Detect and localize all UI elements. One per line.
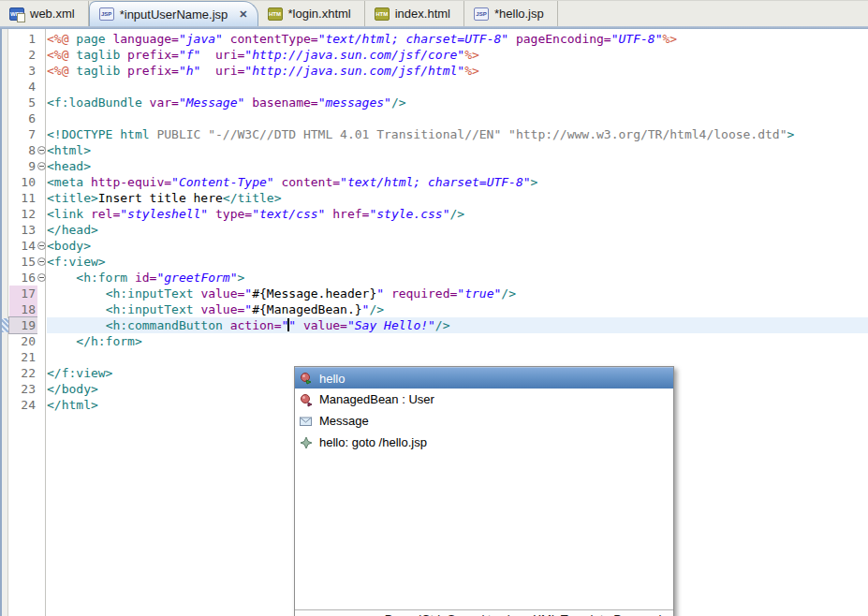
code-token: "greetForm" <box>156 271 237 285</box>
code-token <box>208 207 215 221</box>
code-line-4[interactable] <box>47 79 868 95</box>
code-line-15[interactable]: <f:view> <box>47 254 868 270</box>
code-token: "styleshell" <box>120 207 208 221</box>
code-token: content= <box>281 175 340 189</box>
code-token: value= <box>200 302 244 316</box>
line-number: 10 <box>9 174 37 190</box>
fold-collapse-icon[interactable] <box>37 242 46 250</box>
code-line-5[interactable]: <f:loadBundle var="Message" basename="me… <box>47 95 868 110</box>
code-token: "http://java.sun.com/jsf/core" <box>244 48 464 62</box>
code-token: Insert title here <box>98 191 223 205</box>
code-token: "text/css" <box>252 207 325 221</box>
code-token: </title> <box>223 191 282 205</box>
code-line-2[interactable]: <%@ taglib prefix="f" uri="http://java.s… <box>47 47 868 63</box>
code-token <box>296 318 303 332</box>
code-token: prefix= <box>127 64 179 78</box>
code-token: taglib <box>76 64 127 78</box>
code-line-6[interactable] <box>47 110 868 126</box>
proposal-item-4[interactable]: hello: goto /hello.jsp <box>295 432 673 453</box>
code-token: </f:view> <box>47 366 112 380</box>
web-file-icon: WEB <box>9 7 24 21</box>
code-token: <meta <box>47 175 91 189</box>
code-token: > <box>238 271 245 285</box>
code-token <box>200 48 215 62</box>
code-token <box>47 302 106 316</box>
tab-login.xhtml[interactable]: HTM*login.xhtml <box>258 1 365 26</box>
code-token: /> <box>369 302 384 316</box>
tab-hello.jsp[interactable]: JSP*hello.jsp <box>464 1 558 26</box>
code-line-21[interactable] <box>47 349 868 365</box>
code-token: "f" <box>179 48 200 62</box>
code-token: /> <box>391 95 406 110</box>
code-token: </body> <box>47 382 98 396</box>
line-number: 19 <box>9 317 37 333</box>
code-token: <h:inputText <box>106 286 201 301</box>
code-token: > <box>787 127 795 141</box>
source-editor[interactable]: 123456789101112131415161718192021222324 … <box>0 29 868 616</box>
proposal-item-2[interactable]: ManagedBean : User <box>295 389 673 410</box>
fold-collapse-icon[interactable] <box>37 273 46 282</box>
annotation-ruler[interactable] <box>2 29 8 616</box>
line-number: 15 <box>9 254 37 270</box>
code-line-14[interactable]: <body> <box>47 238 868 254</box>
code-token: taglib <box>76 48 127 62</box>
code-token: "text/html; charset=UTF-8" <box>318 32 509 46</box>
folding-ruler[interactable] <box>37 29 46 616</box>
code-line-13[interactable]: </head> <box>47 222 868 238</box>
code-line-20[interactable]: </h:form> <box>47 333 868 349</box>
code-line-16[interactable]: <h:form id="greetForm"> <box>47 270 868 286</box>
code-line-18[interactable]: <h:inputText value="#{ManagedBean.}"/> <box>47 301 868 317</box>
current-line-range-marker <box>2 318 8 332</box>
proposal-item-1[interactable]: hello <box>295 367 673 389</box>
tab-inputusername.jsp[interactable]: JSP*inputUserName.jsp✕ <box>89 1 258 26</box>
fold-collapse-icon[interactable] <box>37 162 46 170</box>
tab-index.html[interactable]: HTMindex.html <box>365 1 464 26</box>
content-assist-popup[interactable]: helloManagedBean : UserMessagehello: got… <box>294 366 674 616</box>
code-token: " <box>288 318 296 332</box>
code-token: </html> <box>47 398 98 412</box>
tab-web.xml[interactable]: WEBweb.xml <box>0 1 89 26</box>
code-line-3[interactable]: <%@ taglib prefix="h" uri="http://java.s… <box>47 63 868 79</box>
code-token: id= <box>135 271 156 285</box>
fold-collapse-icon[interactable] <box>37 257 46 266</box>
code-token: #{ManagedBean.} <box>252 302 361 316</box>
code-token <box>244 95 252 110</box>
code-line-19[interactable]: <h:commandButton action="" value="Say He… <box>47 317 868 333</box>
code-line-12[interactable]: <link rel="styleshell" type="text/css" h… <box>47 206 868 222</box>
code-line-11[interactable]: <title>Insert title here</title> <box>47 190 868 206</box>
line-number: 13 <box>9 222 37 238</box>
code-token: <!DOCTYPE html <box>47 127 156 141</box>
line-number: 5 <box>9 95 37 110</box>
code-token: %> <box>663 32 678 46</box>
code-line-1[interactable]: <%@ page language="java" contentType="te… <box>47 31 868 47</box>
code-token: <%@ <box>47 32 76 46</box>
code-line-7[interactable]: <!DOCTYPE html PUBLIC "-//W3C//DTD HTML … <box>47 126 868 142</box>
line-number: 9 <box>9 158 37 174</box>
code-token: <h:commandButton <box>106 318 230 332</box>
code-token: uri= <box>215 48 244 62</box>
code-token: " <box>244 302 252 316</box>
code-token: "style.css" <box>369 207 449 221</box>
line-number: 17 <box>9 286 37 301</box>
code-line-17[interactable]: <h:inputText value="#{Message.header}" r… <box>47 286 868 301</box>
code-token: "Message" <box>179 95 244 110</box>
nav-case-icon <box>299 435 314 450</box>
line-number: 18 <box>9 301 37 317</box>
code-token: var= <box>150 95 179 110</box>
code-token: " <box>376 286 384 301</box>
code-token: <html> <box>47 143 91 157</box>
code-token: uri= <box>215 64 244 78</box>
tab-label: *login.xhtml <box>288 7 351 21</box>
line-number: 6 <box>9 110 37 126</box>
code-line-8[interactable]: <html> <box>47 142 868 158</box>
proposal-item-3[interactable]: Message <box>295 410 673 432</box>
message-icon <box>299 414 314 429</box>
bean-go-icon <box>299 371 314 386</box>
fold-collapse-icon[interactable] <box>37 146 46 154</box>
code-line-10[interactable]: <meta http-equiv="Content-Type" content=… <box>47 174 868 190</box>
code-line-9[interactable]: <head> <box>47 158 868 174</box>
line-number: 7 <box>9 126 37 142</box>
code-token: > <box>531 175 538 189</box>
tab-close-icon[interactable]: ✕ <box>239 8 247 21</box>
code-token: <%@ <box>47 64 76 78</box>
